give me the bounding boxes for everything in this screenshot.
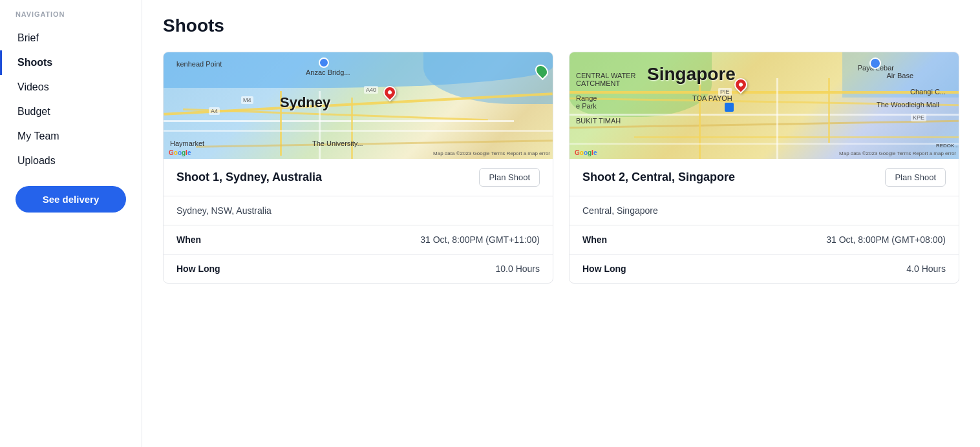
shoot-1-how-long-label: How Long <box>176 264 220 274</box>
map-label-bukit-timah: BUKIT TIMAH <box>576 117 621 125</box>
shoot-1-title: Shoot 1, Sydney, Australia <box>176 171 322 184</box>
map-label-kpe: KPE <box>911 114 926 121</box>
map-label-a40: A40 <box>364 86 378 94</box>
shoot-map-2: PIE KPE CENTRAL WATER CATCHMENT Range e … <box>570 52 959 159</box>
shoots-grid: M4 A4 A40 kenhead Point Haymarket The Un… <box>163 52 959 284</box>
sidebar: NAVIGATION Brief Shoots Videos Budget My… <box>0 0 142 447</box>
map-label-m4: M4 <box>241 96 253 104</box>
map-city-sydney: Sydney <box>280 94 330 111</box>
sidebar-item-uploads[interactable]: Uploads <box>0 149 142 173</box>
shoot-1-duration-row: How Long 10.0 Hours <box>164 255 553 283</box>
map-label-range-park: Range <box>576 94 597 102</box>
shoot-2-location: Central, Singapore <box>582 205 658 216</box>
map-pin-sydney <box>383 86 396 99</box>
shoot-1-location-row: Sydney, NSW, Australia <box>164 196 553 225</box>
map-footer-2: Map data ©2023 Google Terms Report a map… <box>839 151 956 156</box>
shoot-2-title: Shoot 2, Central, Singapore <box>582 171 735 184</box>
sidebar-item-my-team[interactable]: My Team <box>0 124 142 149</box>
map-label-central-water: CENTRAL WATER <box>576 72 636 79</box>
map-footer-1: Map data ©2023 Google Terms Report a map… <box>433 151 550 156</box>
shoot-card-2: PIE KPE CENTRAL WATER CATCHMENT Range e … <box>569 52 959 284</box>
shoot-card-1-body: Shoot 1, Sydney, Australia Plan Shoot Sy… <box>164 159 553 283</box>
map-label-kenhead: kenhead Point <box>176 60 222 68</box>
map-label-woodleigh: The Woodleigh Mall <box>877 101 939 109</box>
google-logo-1: Google <box>169 149 191 156</box>
map-label-redok: REDOK... <box>936 143 959 149</box>
sidebar-item-shoots[interactable]: Shoots <box>0 50 142 75</box>
shoot-card-1: M4 A4 A40 kenhead Point Haymarket The Un… <box>163 52 553 284</box>
map-shopping-icon <box>725 103 734 112</box>
shoot-1-header: Shoot 1, Sydney, Australia Plan Shoot <box>164 159 553 196</box>
map-label-toa-payoh: TOA PAYOH <box>692 94 732 102</box>
shoot-2-how-long-value: 4.0 Hours <box>906 264 946 274</box>
shoot-1-when-row: When 31 Oct, 8:00PM (GMT+11:00) <box>164 225 553 255</box>
shoot-1-how-long-value: 10.0 Hours <box>496 264 540 274</box>
nav-section-label: NAVIGATION <box>0 10 142 26</box>
map-label-anzac: Anzac Bridg... <box>306 68 350 76</box>
shoot-2-when-row: When 31 Oct, 8:00PM (GMT+08:00) <box>570 225 959 255</box>
shoot-2-when-value: 31 Oct, 8:00PM (GMT+08:00) <box>826 234 946 245</box>
shoot-2-how-long-label: How Long <box>582 264 626 274</box>
page-title: Shoots <box>163 16 959 36</box>
shoot-map-1: M4 A4 A40 kenhead Point Haymarket The Un… <box>164 52 553 159</box>
shoot-2-when-label: When <box>582 234 607 245</box>
shoot-1-location: Sydney, NSW, Australia <box>176 205 272 216</box>
map-label-catchment: CATCHMENT <box>576 79 620 87</box>
see-delivery-button[interactable]: See delivery <box>16 186 126 213</box>
map-label-a4: A4 <box>209 107 220 115</box>
sidebar-item-videos[interactable]: Videos <box>0 75 142 99</box>
map-marker-left <box>319 57 329 68</box>
map-label-changi: Changi C... <box>910 88 946 96</box>
map-label-airbase: Air Base <box>886 72 913 79</box>
map-pin-singapore <box>734 78 747 91</box>
main-content: Shoots M4 A4 A40 ke <box>142 0 980 447</box>
sidebar-item-budget[interactable]: Budget <box>0 99 142 124</box>
shoot-2-location-row: Central, Singapore <box>570 196 959 225</box>
google-logo-2: Google <box>575 149 597 156</box>
shoot-2-header: Shoot 2, Central, Singapore Plan Shoot <box>570 159 959 196</box>
map-marker-sg-right <box>869 57 881 69</box>
map-city-singapore: Singapore <box>647 64 736 85</box>
map-label-haymarket: Haymarket <box>170 140 204 147</box>
map-label-range-park2: e Park <box>576 102 597 110</box>
shoot-card-2-body: Shoot 2, Central, Singapore Plan Shoot C… <box>570 159 959 283</box>
plan-shoot-button-1[interactable]: Plan Shoot <box>479 168 540 187</box>
shoot-2-duration-row: How Long 4.0 Hours <box>570 255 959 283</box>
shoot-1-when-label: When <box>176 234 201 245</box>
sidebar-item-brief[interactable]: Brief <box>0 26 142 50</box>
map-label-university: The University... <box>312 140 363 147</box>
shoot-1-when-value: 31 Oct, 8:00PM (GMT+11:00) <box>420 234 540 245</box>
plan-shoot-button-2[interactable]: Plan Shoot <box>885 168 946 187</box>
